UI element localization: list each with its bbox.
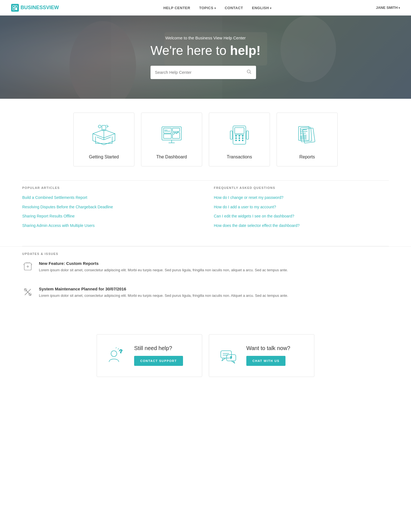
svg-rect-25 xyxy=(235,128,244,134)
articles-faq-section: POPULAR ARTICLES Build a Combined Settle… xyxy=(0,181,411,246)
hero-section: Welcome to the Business View Help Center… xyxy=(0,16,411,99)
new-feature-icon xyxy=(22,261,33,272)
hero-title: We're here to help! xyxy=(151,43,261,58)
article-link-0[interactable]: Build a Combined Settlements Report xyxy=(22,195,197,201)
svg-point-59 xyxy=(111,351,117,356)
svg-point-30 xyxy=(239,138,240,139)
svg-rect-46 xyxy=(305,135,306,139)
svg-rect-45 xyxy=(302,134,304,139)
faq-link-3[interactable]: How does the date selector effect the da… xyxy=(214,223,389,229)
update-body-0: Lorem ipsum dolor sit amet, consectetur … xyxy=(39,267,288,273)
article-link-2[interactable]: Sharing Report Results Offline xyxy=(22,214,197,219)
svg-rect-3 xyxy=(15,8,17,10)
faq-title: FREQUENTLY ASKED QUESTIONS xyxy=(214,186,389,189)
svg-rect-39 xyxy=(300,127,312,142)
update-title-0: New Feature: Custom Reports xyxy=(39,261,288,266)
chat-bubbles-icon: ? xyxy=(217,344,240,367)
svg-rect-2 xyxy=(13,8,15,10)
contact-support-title: Still need help? xyxy=(134,345,183,351)
popular-articles-title: POPULAR ARTICLES xyxy=(22,186,197,189)
svg-point-32 xyxy=(235,140,237,141)
svg-point-6 xyxy=(280,16,336,82)
svg-point-11 xyxy=(98,125,101,128)
help-bottom-section: ? Still need help? CONTACT SUPPORT xyxy=(0,326,411,394)
getting-started-icon xyxy=(90,121,118,149)
contact-support-content: Still need help? CONTACT SUPPORT xyxy=(134,345,183,366)
category-reports[interactable]: Reports xyxy=(277,113,338,166)
maintenance-icon xyxy=(22,287,33,298)
svg-text:?: ? xyxy=(230,356,232,360)
update-title-1: System Maintenance Planned for 30/07/201… xyxy=(39,287,288,291)
category-getting-started[interactable]: Getting Started xyxy=(73,113,134,166)
svg-marker-69 xyxy=(232,361,235,363)
hero-content: Welcome to the Business View Help Center… xyxy=(151,36,261,79)
faq-link-2[interactable]: Can I edit the widgets I see on the dash… xyxy=(214,214,389,219)
nav-contact[interactable]: CONTACT xyxy=(225,6,243,10)
chat-with-us-title: Want to talk now? xyxy=(246,345,290,351)
svg-point-27 xyxy=(239,135,240,136)
svg-point-26 xyxy=(235,135,237,136)
logo-icon xyxy=(11,4,19,12)
main-nav: BUSINESSVIEW HELP CENTER TOPICS CONTACT … xyxy=(0,0,411,16)
nav-language[interactable]: ENGLISH xyxy=(252,6,271,10)
search-input[interactable] xyxy=(155,70,247,75)
category-getting-started-label: Getting Started xyxy=(89,154,119,159)
svg-text:?: ? xyxy=(119,348,123,354)
nav-topics[interactable]: TOPICS xyxy=(199,6,216,10)
category-reports-label: Reports xyxy=(299,154,315,159)
svg-point-29 xyxy=(235,138,237,139)
svg-rect-24 xyxy=(233,126,246,144)
logo-text: BUSINESSVIEW xyxy=(21,5,59,11)
contact-support-card: ? Still need help? CONTACT SUPPORT xyxy=(97,334,202,377)
logo[interactable]: BUSINESSVIEW xyxy=(11,4,59,12)
hero-title-part1: We're here to xyxy=(151,43,230,58)
chat-with-us-button[interactable]: CHAT WITH US xyxy=(246,356,285,366)
category-the-dashboard-label: The Dashboard xyxy=(156,154,187,159)
faq-link-1[interactable]: How do I add a user to my account? xyxy=(214,204,389,210)
hero-subtitle: Welcome to the Business View Help Center xyxy=(151,36,261,40)
transactions-icon xyxy=(225,121,253,149)
faq-link-0[interactable]: How do I change or reset my password? xyxy=(214,195,389,201)
updates-section: UPDATES & ISSUES New Feature: Custom Rep… xyxy=(0,246,411,326)
svg-rect-18 xyxy=(172,128,180,131)
update-item-0: New Feature: Custom Reports Lorem ipsum … xyxy=(22,261,389,278)
faq-section: FREQUENTLY ASKED QUESTIONS How do I chan… xyxy=(214,186,389,232)
svg-rect-36 xyxy=(230,131,232,139)
category-the-dashboard[interactable]: The Dashboard xyxy=(141,113,202,166)
svg-point-28 xyxy=(242,135,243,136)
search-icon xyxy=(247,69,252,75)
svg-rect-15 xyxy=(162,127,181,140)
svg-point-31 xyxy=(242,138,243,139)
categories-section: Getting Started The Dashboard xyxy=(0,99,411,180)
nav-help-center[interactable]: HELP CENTER xyxy=(163,6,190,10)
svg-point-33 xyxy=(239,140,240,141)
update-content-0: New Feature: Custom Reports Lorem ipsum … xyxy=(39,261,288,273)
update-content-1: System Maintenance Planned for 30/07/201… xyxy=(39,287,288,299)
category-transactions[interactable]: Transactions xyxy=(209,113,270,166)
svg-marker-65 xyxy=(222,358,226,361)
nav-links: HELP CENTER TOPICS CONTACT ENGLISH xyxy=(163,5,271,10)
category-transactions-label: Transactions xyxy=(227,154,252,159)
svg-rect-44 xyxy=(300,136,302,139)
chat-with-us-card: ? Want to talk now? CHAT WITH US xyxy=(209,334,314,377)
svg-line-61 xyxy=(116,347,116,348)
update-body-1: Lorem ipsum dolor sit amet, consectetur … xyxy=(39,293,288,299)
svg-rect-17 xyxy=(164,134,171,138)
svg-point-34 xyxy=(242,140,243,141)
hero-title-part2: help! xyxy=(230,43,260,58)
svg-point-8 xyxy=(247,70,250,73)
update-item-1: System Maintenance Planned for 30/07/201… xyxy=(22,287,389,303)
reports-icon xyxy=(293,121,321,149)
chat-with-us-content: Want to talk now? CHAT WITH US xyxy=(246,345,290,366)
article-link-1[interactable]: Resolving Disputes Before the Chargeback… xyxy=(22,204,197,210)
search-box xyxy=(151,66,256,79)
user-menu[interactable]: JANE SMITH xyxy=(376,6,400,10)
svg-line-62 xyxy=(118,349,119,349)
svg-rect-1 xyxy=(15,6,17,7)
article-link-3[interactable]: Sharing Admin Access with Multiple Users xyxy=(22,223,197,229)
svg-line-9 xyxy=(250,72,251,74)
the-dashboard-icon xyxy=(158,121,186,149)
contact-support-button[interactable]: CONTACT SUPPORT xyxy=(134,356,183,366)
svg-rect-37 xyxy=(246,131,249,139)
updates-title: UPDATES & ISSUES xyxy=(22,252,389,255)
